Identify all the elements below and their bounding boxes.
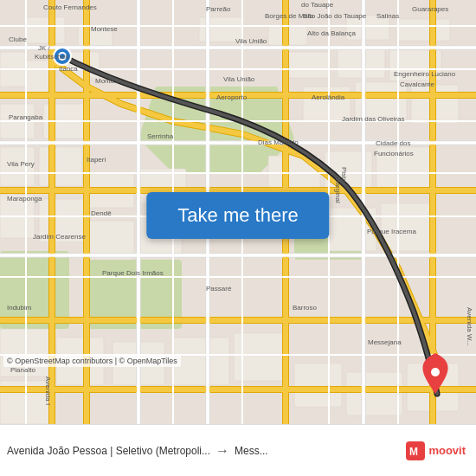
- svg-text:do Tauape: do Tauape: [301, 1, 334, 9]
- svg-text:Jardim Cearense: Jardim Cearense: [33, 233, 86, 241]
- svg-text:Funcionários: Funcionários: [374, 150, 414, 158]
- svg-rect-38: [173, 338, 229, 385]
- svg-text:Parreão: Parreão: [206, 5, 231, 13]
- origin-label: Avenida João Pessoa | Seletivo (Metropol…: [7, 445, 210, 457]
- moovit-logo-icon: M: [406, 441, 425, 460]
- svg-text:Messejana: Messejana: [368, 338, 402, 346]
- take-me-there-button[interactable]: Take me there: [146, 192, 329, 239]
- svg-text:Indubim: Indubim: [7, 304, 32, 312]
- svg-text:Itaoca: Itaoca: [59, 65, 78, 73]
- bottom-bar: Avenida João Pessoa | Seletivo (Metropol…: [0, 424, 476, 476]
- svg-text:Salinas: Salinas: [376, 12, 399, 20]
- route-info: Avenida João Pessoa | Seletivo (Metropol…: [7, 443, 406, 459]
- svg-rect-14: [286, 52, 329, 78]
- svg-text:Passaré: Passaré: [206, 285, 232, 293]
- moovit-logo: M moovit: [406, 441, 466, 460]
- svg-rect-10: [398, 19, 450, 41]
- svg-text:Marginal: Marginal: [334, 177, 342, 203]
- svg-point-87: [431, 368, 440, 376]
- svg-rect-41: [346, 372, 402, 415]
- svg-text:Cidade dos: Cidade dos: [376, 139, 410, 147]
- moovit-logo-text: moovit: [428, 444, 466, 457]
- svg-text:São João do Tauape: São João do Tauape: [303, 12, 367, 20]
- svg-text:Serrinha: Serrinha: [147, 132, 174, 140]
- svg-text:Dendê: Dendê: [91, 209, 112, 217]
- svg-rect-5: [26, 17, 65, 43]
- svg-text:Maraponga: Maraponga: [7, 195, 42, 203]
- svg-text:Clube: Clube: [9, 35, 27, 43]
- svg-text:Vila União: Vila União: [223, 75, 255, 83]
- svg-text:Montese: Montese: [95, 77, 122, 85]
- svg-text:Jardim das Oliveiras: Jardim das Oliveiras: [342, 115, 404, 123]
- svg-text:Aerolândia: Aerolândia: [312, 93, 345, 101]
- svg-text:Vila União: Vila União: [235, 37, 267, 45]
- svg-text:Couto Fernandes: Couto Fernandes: [43, 3, 97, 11]
- svg-text:JK /: JK /: [38, 44, 51, 52]
- svg-text:Avenida I: Avenida I: [44, 376, 52, 405]
- svg-text:Aeroporto: Aeroporto: [216, 93, 248, 101]
- svg-text:M: M: [409, 446, 418, 458]
- svg-text:Cavalcante: Cavalcante: [400, 80, 435, 88]
- svg-text:Planalto: Planalto: [10, 366, 35, 374]
- svg-text:Dias Macêdo: Dias Macêdo: [258, 138, 299, 146]
- svg-text:Alto da Balança: Alto da Balança: [307, 29, 357, 37]
- svg-rect-40: [294, 363, 342, 407]
- svg-text:Guararapes: Guararapes: [412, 5, 448, 13]
- destination-label: Mess...: [235, 445, 268, 457]
- svg-text:Kubitschek: Kubitschek: [35, 53, 69, 61]
- svg-rect-23: [39, 147, 82, 186]
- svg-text:Vila Pery: Vila Pery: [7, 160, 35, 168]
- arrow-icon: →: [215, 443, 229, 459]
- svg-text:Montese: Montese: [91, 25, 118, 33]
- map-attribution: © OpenStreetMap contributors | © OpenMap…: [3, 355, 181, 367]
- svg-text:Barroso: Barroso: [293, 304, 318, 312]
- map-container: Couto Fernandes Montese Montese Itaoca P…: [0, 0, 476, 424]
- svg-text:Itaperi: Itaperi: [87, 156, 106, 164]
- svg-text:Parangaba: Parangaba: [9, 113, 43, 121]
- svg-text:Parque Dois Irmãos: Parque Dois Irmãos: [102, 269, 164, 277]
- svg-text:Parque Iracema: Parque Iracema: [367, 228, 416, 235]
- svg-text:Engenheiro Luciano: Engenheiro Luciano: [394, 70, 456, 78]
- svg-text:Avenida W...: Avenida W...: [466, 307, 473, 346]
